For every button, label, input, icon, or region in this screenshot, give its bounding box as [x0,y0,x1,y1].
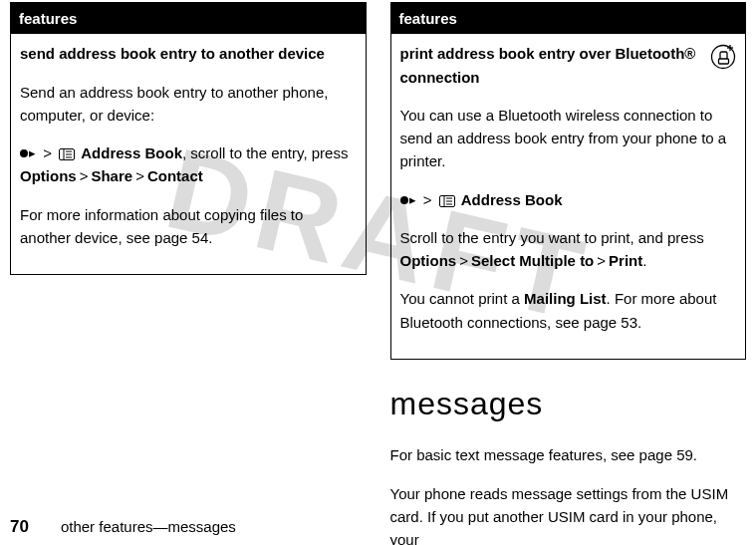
gt: > [80,167,89,184]
page-number: 70 [10,517,29,537]
right-feature-table: features print address book entry over B… [390,2,747,360]
right-mailing-list: Mailing List [524,290,607,307]
two-column-layout: features send address book entry to anot… [0,0,756,545]
left-feature-table: features send address book entry to anot… [10,2,367,275]
left-feature-title: send address book entry to another devic… [20,42,357,65]
right-feature-title: print address book entry over Bluetooth®… [400,42,737,89]
page-footer: 70 other features—messages [10,517,236,537]
address-book-icon [439,195,455,207]
right-table-cell: print address book entry over Bluetooth®… [390,34,746,359]
svg-rect-9 [719,59,729,64]
right-opt1: Options [400,252,457,269]
gt: > [459,252,468,269]
center-key-arrow: ▸ [409,192,416,207]
right-nav-path: ▸ > Address Book [400,188,737,211]
left-nav-path: ▸ > Address Book, scroll to the entry, p… [20,141,357,188]
center-key-icon [400,196,408,204]
right-p2a: Scroll to the entry you want to print, a… [400,229,704,246]
footer-text: other features—messages [61,518,236,535]
right-opt3: Print [609,252,642,269]
left-table-header: features [11,3,367,35]
right-p3a: You cannot print a [400,290,525,307]
center-key-icon [20,149,28,157]
gt: > [43,144,52,161]
left-opt1: Options [20,167,77,184]
left-table-cell: send address book entry to another devic… [11,34,367,274]
svg-point-5 [712,46,735,69]
left-nav-item: Address Book [81,144,182,161]
left-opt3: Contact [147,167,203,184]
bluetooth-indicator-icon [710,44,736,76]
gt: > [597,252,606,269]
right-p2: Scroll to the entry you want to print, a… [400,226,737,273]
left-p2: For more information about copying files… [20,203,357,250]
center-key-arrow: ▸ [29,145,36,160]
right-p3: You cannot print a Mailing List. For mor… [400,287,737,334]
body-p1: For basic text message features, see pag… [390,443,747,466]
right-column: features print address book entry over B… [390,2,747,545]
left-nav-tail: , scroll to the entry, press [182,144,348,161]
right-p1: You can use a Bluetooth wireless connect… [400,104,737,173]
left-opt2: Share [91,167,132,184]
left-p1: Send an address book entry to another ph… [20,81,357,128]
address-book-icon [59,148,75,160]
right-opt2: Select Multiple to [471,252,594,269]
section-heading-messages: messages [390,380,747,429]
right-nav-item: Address Book [461,191,563,208]
right-table-header: features [390,3,746,35]
gt: > [423,191,432,208]
left-column: features send address book entry to anot… [10,2,367,545]
gt: > [135,167,144,184]
body-p2: Your phone reads message settings from t… [390,482,747,545]
